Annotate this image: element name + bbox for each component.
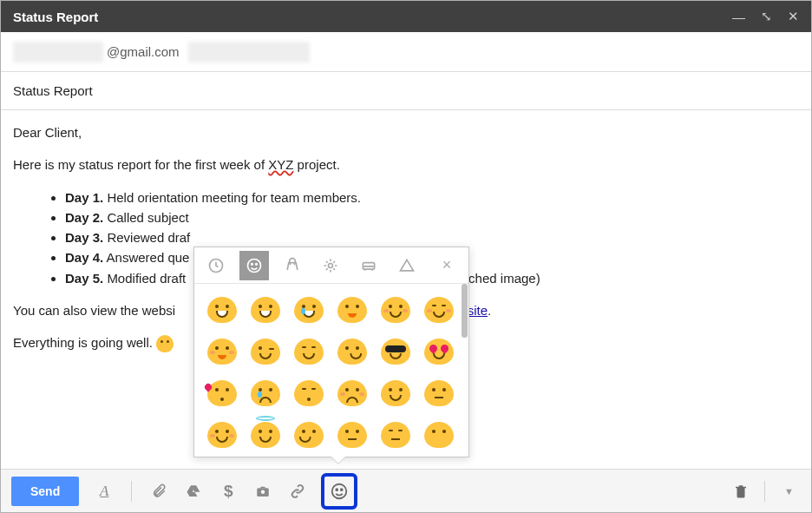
list-item: Day 1. Held orientation meeting for team… [65, 187, 799, 207]
emoji-sly[interactable] [331, 331, 373, 372]
emoji-tab-recent[interactable] [201, 251, 231, 280]
emoji-grin-teeth[interactable] [245, 289, 286, 331]
emoji-kiss-heart[interactable] [201, 372, 243, 414]
svg-point-9 [337, 489, 338, 490]
minimize-icon[interactable]: — [732, 10, 745, 24]
insert-photo-icon[interactable] [252, 480, 274, 503]
emoji-relieved[interactable] [288, 331, 330, 372]
emoji-halo[interactable] [245, 414, 286, 456]
emoji-weary[interactable] [331, 372, 373, 414]
toolbar-divider [764, 481, 765, 502]
recipient-blurred-trailing [188, 42, 310, 62]
emoji-blush-smile[interactable] [375, 289, 416, 331]
intro-line: Here is my status report for the first w… [13, 155, 799, 174]
emoji-tab-smileys[interactable] [239, 251, 269, 280]
svg-point-8 [332, 483, 347, 498]
emoji-hug[interactable] [201, 414, 243, 456]
emoji-grin[interactable] [201, 289, 243, 331]
emoji-tab-nature[interactable] [316, 251, 345, 280]
insert-money-icon[interactable]: $ [217, 480, 239, 503]
attach-file-icon[interactable] [147, 480, 170, 503]
spellcheck-word: XYZ [268, 157, 293, 172]
emoji-picker-tabs: × [194, 247, 468, 284]
subject-field[interactable]: Status Report [1, 72, 811, 110]
svg-point-3 [256, 263, 258, 265]
emoji-picker: × [193, 247, 469, 457]
format-text-icon[interactable]: A [93, 480, 115, 503]
emoji-expressionless[interactable] [375, 414, 416, 456]
scrollbar-thumb[interactable] [462, 284, 468, 338]
insert-link-icon[interactable] [286, 480, 309, 503]
emoji-sunglasses[interactable] [375, 331, 416, 372]
send-button[interactable]: Send [11, 477, 79, 506]
inline-emoji-icon [156, 335, 174, 352]
emoji-heart-eyes[interactable] [418, 331, 460, 372]
discard-draft-icon[interactable] [730, 480, 752, 503]
emoji-neutral-flat[interactable] [331, 414, 373, 456]
compose-toolbar: Send A $ ▼ [1, 469, 811, 512]
picker-pointer [331, 457, 345, 464]
window-titlebar: Status Report — ⤡ ✕ [1, 1, 811, 32]
titlebar-controls: — ⤡ ✕ [732, 9, 799, 24]
emoji-no-mouth[interactable] [418, 414, 460, 456]
svg-point-1 [248, 259, 261, 272]
emoji-savor[interactable] [201, 331, 243, 372]
subject-text: Status Report [13, 83, 93, 98]
emoji-neutral[interactable] [418, 372, 460, 414]
emoji-sleepy[interactable] [288, 372, 330, 414]
emoji-closed-eyes-smile[interactable] [418, 289, 460, 331]
recipient-email: @gmail.com [107, 44, 180, 59]
toolbar-divider [131, 481, 132, 502]
window-title: Status Report [13, 10, 732, 24]
emoji-tab-transport[interactable] [354, 251, 383, 280]
emoji-tab-objects[interactable] [278, 251, 307, 280]
emoji-joy[interactable] [288, 289, 330, 331]
emoji-picker-close[interactable]: × [432, 251, 462, 280]
emoji-thinking[interactable] [288, 414, 330, 456]
list-item: Day 3. Reviewed draf [65, 227, 799, 247]
emoji-grid [194, 284, 468, 461]
list-item: Day 2. Called subject [65, 207, 799, 227]
emoji-smile[interactable] [331, 289, 373, 331]
close-window-icon[interactable]: ✕ [788, 9, 799, 24]
emoji-crying[interactable] [245, 372, 286, 414]
greeting: Dear Client, [13, 122, 799, 142]
svg-point-2 [252, 263, 253, 265]
svg-point-10 [341, 489, 343, 490]
emoji-tab-symbols[interactable] [392, 251, 422, 280]
svg-point-4 [329, 263, 333, 267]
recipient-blurred [13, 42, 103, 62]
restore-icon[interactable]: ⤡ [761, 9, 772, 24]
recipient-field[interactable]: @gmail.com [1, 32, 811, 72]
more-options-button[interactable]: ▼ [777, 481, 801, 502]
emoji-wink[interactable] [245, 331, 286, 372]
svg-point-7 [261, 490, 265, 494]
insert-emoji-button[interactable] [321, 473, 357, 510]
emoji-slight-smile[interactable] [375, 372, 416, 414]
insert-drive-icon[interactable] [182, 480, 205, 503]
